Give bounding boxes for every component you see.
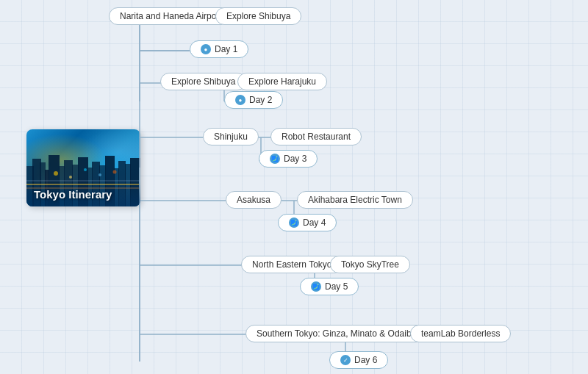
teamlab-label: teamLab Borderless xyxy=(421,328,500,339)
day3-label: Day 3 xyxy=(284,154,306,164)
svg-point-21 xyxy=(84,168,87,171)
harajuku-label: Explore Harajuku xyxy=(248,76,316,87)
day1-node: ● Day 1 xyxy=(190,40,248,58)
svg-point-24 xyxy=(98,173,101,176)
skytree-label: Tokyo SkyTree xyxy=(341,259,399,270)
node-shinjuku: Shinjuku xyxy=(203,128,259,145)
node-northeastern: North Eastern Tokyo xyxy=(241,256,343,273)
narita-label: Narita and Haneda Airports xyxy=(120,11,226,21)
title-card: Tokyo Itinerary xyxy=(26,129,140,206)
node-robot: Robot Restaurant xyxy=(270,128,362,145)
northeastern-label: North Eastern Tokyo xyxy=(252,259,332,270)
node-akihabara: Akihabara Electric Town xyxy=(297,191,413,209)
robot-label: Robot Restaurant xyxy=(282,132,351,142)
day1-icon: ● xyxy=(201,44,211,54)
shibuya2-label: Explore Shibuya xyxy=(171,76,235,87)
node-southern: Southern Tokyo: Ginza, Minato & Odaiba xyxy=(245,325,427,342)
title-card-label: Tokyo Itinerary xyxy=(26,182,140,206)
southern-label: Southern Tokyo: Ginza, Minato & Odaiba xyxy=(257,328,416,339)
shibuya1-label: Explore Shibuya xyxy=(226,11,290,21)
day5-label: Day 5 xyxy=(325,281,348,292)
day2-icon: ● xyxy=(235,95,245,105)
akihabara-label: Akihabara Electric Town xyxy=(308,195,402,205)
day2-label: Day 2 xyxy=(249,95,272,105)
day5-node: 🗾 Day 5 xyxy=(300,278,359,295)
node-asakusa: Asakusa xyxy=(226,191,282,209)
node-harajuku: Explore Harajuku xyxy=(237,73,327,90)
day3-node: 🗾 Day 3 xyxy=(259,150,318,168)
day4-icon: 🗾 xyxy=(289,217,299,228)
day6-label: Day 6 xyxy=(354,355,377,365)
day6-node: ✓ Day 6 xyxy=(329,351,388,369)
node-shibuya2: Explore Shibuya xyxy=(160,73,246,90)
svg-point-23 xyxy=(69,176,72,179)
node-shibuya1: Explore Shibuya xyxy=(215,7,301,25)
day5-icon: 🗾 xyxy=(311,281,321,292)
day3-icon: 🗾 xyxy=(270,154,280,164)
day6-icon: ✓ xyxy=(340,355,351,365)
svg-point-20 xyxy=(54,171,58,176)
day4-node: 🗾 Day 4 xyxy=(278,214,337,231)
svg-point-22 xyxy=(113,170,117,174)
shinjuku-label: Shinjuku xyxy=(214,132,248,142)
day2-node: ● Day 2 xyxy=(224,91,283,109)
day1-label: Day 1 xyxy=(215,44,237,54)
node-skytree: Tokyo SkyTree xyxy=(330,256,410,273)
node-teamlab: teamLab Borderless xyxy=(410,325,511,342)
asakusa-label: Asakusa xyxy=(237,195,270,205)
day4-label: Day 4 xyxy=(303,217,326,228)
